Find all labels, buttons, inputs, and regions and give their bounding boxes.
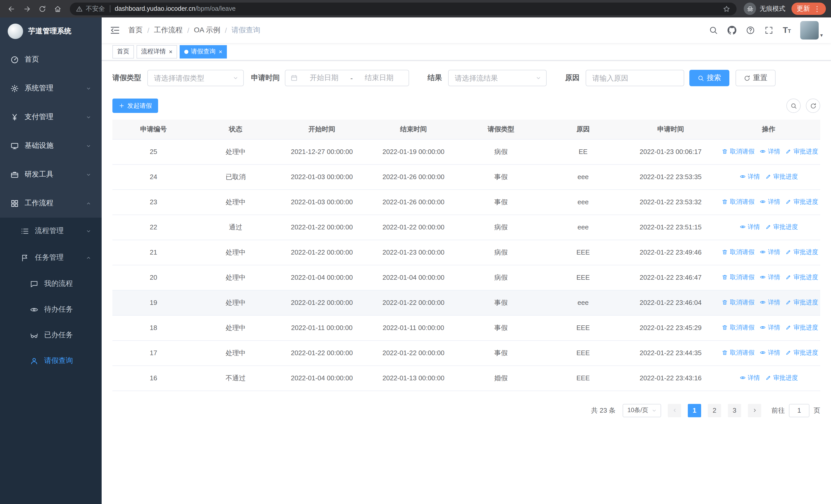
close-icon[interactable]: ×	[169, 49, 172, 55]
detail-link[interactable]: 详情	[739, 374, 760, 382]
approval-progress-link[interactable]: 审批进度	[765, 374, 798, 382]
create-leave-button[interactable]: 发起请假	[112, 98, 158, 113]
approval-progress-link[interactable]: 审批进度	[785, 323, 818, 332]
search-button[interactable]: 搜索	[689, 70, 729, 86]
breadcrumb-item-home[interactable]: 首页	[128, 26, 143, 35]
approval-progress-link[interactable]: 审批进度	[785, 298, 818, 307]
breadcrumb-item-workflow[interactable]: 工作流程	[154, 26, 183, 35]
cell-actions: 取消请假详情审批进度	[717, 265, 820, 290]
reason-input[interactable]	[586, 70, 684, 86]
result-input[interactable]	[449, 70, 532, 86]
page-1-button[interactable]: 1	[688, 404, 701, 417]
detail-link[interactable]: 详情	[739, 173, 760, 181]
approval-progress-link[interactable]: 审批进度	[765, 173, 798, 181]
sidebar-item-done-tasks[interactable]: 已办任务	[0, 322, 102, 348]
apply-time-range-picker[interactable]: 开始日期 - 结束日期	[285, 70, 409, 86]
cell-reason: EEE	[542, 240, 624, 265]
detail-link[interactable]: 详情	[760, 147, 780, 156]
page-2-button[interactable]: 2	[708, 404, 721, 417]
help-icon[interactable]	[746, 26, 755, 35]
prev-page-button[interactable]	[668, 404, 681, 417]
cancel-leave-link[interactable]: 取消请假	[722, 147, 754, 156]
update-button[interactable]: 更新 ⋮	[792, 3, 826, 15]
close-icon[interactable]: ×	[219, 49, 222, 55]
sidebar-item-leave-query[interactable]: 请假查询	[0, 348, 102, 374]
cancel-leave-link[interactable]: 取消请假	[722, 273, 754, 282]
cancel-leave-link[interactable]: 取消请假	[722, 248, 754, 257]
tab-leave-query[interactable]: 请假查询×	[180, 45, 227, 58]
cancel-leave-link[interactable]: 取消请假	[722, 298, 754, 307]
sidebar-item-home[interactable]: 首页	[0, 45, 102, 74]
browser-back-button[interactable]	[5, 2, 18, 15]
leave-type-select[interactable]	[147, 70, 244, 86]
detail-link[interactable]: 详情	[760, 273, 780, 282]
cell-reason: eee	[542, 189, 624, 214]
tab-process-detail[interactable]: 流程详情×	[137, 45, 177, 58]
sidebar-item-infrastructure[interactable]: 基础设施	[0, 131, 102, 160]
cell-id: 16	[112, 365, 195, 391]
approval-progress-link[interactable]: 审批进度	[785, 147, 818, 156]
cell-apply-time: 2022-01-23 00:06:17	[624, 139, 717, 164]
app-logo[interactable]: 芋道管理系统	[0, 18, 102, 45]
approval-progress-link[interactable]: 审批进度	[785, 349, 818, 357]
breadcrumb-item-oa-example[interactable]: OA 示例	[194, 26, 221, 35]
tab-label: 首页	[117, 47, 130, 56]
eye-icon	[760, 350, 766, 356]
cell-id: 21	[112, 240, 195, 265]
detail-link[interactable]: 详情	[760, 349, 780, 357]
navbar-actions: TT ▾	[709, 21, 823, 39]
breadcrumb: 首页/工作流程/OA 示例/请假查询	[128, 26, 260, 35]
caret-down-icon: ▾	[820, 32, 823, 38]
sidebar-item-workflow[interactable]: 工作流程	[0, 189, 102, 217]
approval-progress-link[interactable]: 审批进度	[765, 223, 798, 232]
reason-field[interactable]	[586, 70, 684, 86]
cell-id: 17	[112, 340, 195, 365]
sidebar-item-my-process[interactable]: 我的流程	[0, 271, 102, 297]
fullscreen-icon[interactable]	[764, 26, 774, 35]
next-page-button[interactable]	[748, 404, 761, 417]
sidebar-item-todo-tasks[interactable]: 待办任务	[0, 297, 102, 322]
sidebar-item-dev-tools[interactable]: 研发工具	[0, 160, 102, 189]
table-row: 23处理中2022-01-03 00:00:002022-01-26 00:00…	[112, 189, 820, 214]
trash-icon	[722, 149, 728, 155]
leave-type-input[interactable]	[148, 70, 229, 86]
approval-progress-link[interactable]: 审批进度	[785, 273, 818, 282]
sidebar-item-process-management[interactable]: 流程管理	[0, 217, 102, 244]
reset-button[interactable]: 重置	[736, 70, 776, 86]
sidebar-item-label: 基础设施	[25, 141, 86, 150]
eye-icon	[760, 149, 766, 155]
sidebar-item-payment-management[interactable]: 支付管理	[0, 102, 102, 131]
browser-refresh-button[interactable]	[36, 2, 49, 15]
sidebar-item-system-management[interactable]: 系统管理	[0, 74, 102, 102]
refresh-table-button[interactable]	[806, 98, 820, 113]
chevron-down-icon	[86, 114, 91, 120]
tab-home[interactable]: 首页	[112, 45, 134, 58]
cancel-leave-link[interactable]: 取消请假	[722, 349, 754, 357]
cancel-leave-link[interactable]: 取消请假	[722, 198, 754, 206]
page-size-select[interactable]: 10条/页	[623, 404, 661, 417]
browser-home-button[interactable]	[51, 2, 64, 15]
detail-link[interactable]: 详情	[739, 223, 760, 232]
header-search-icon[interactable]	[709, 26, 718, 35]
page-3-button[interactable]: 3	[728, 404, 741, 417]
goto-page-input[interactable]	[789, 404, 809, 417]
address-bar[interactable]: 不安全 dashboard.yudao.iocoder.cn/bpm/oa/le…	[70, 2, 737, 15]
detail-link[interactable]: 详情	[760, 323, 780, 332]
github-icon[interactable]	[727, 26, 737, 35]
browser-menu-icon[interactable]: ⋮	[813, 5, 821, 12]
result-select[interactable]	[448, 70, 547, 86]
approval-progress-link[interactable]: 审批进度	[785, 198, 818, 206]
user-avatar[interactable]: ▾	[800, 21, 823, 39]
sidebar-item-task-management[interactable]: 任务管理	[0, 244, 102, 271]
detail-link[interactable]: 详情	[760, 298, 780, 307]
toggle-search-button[interactable]	[786, 98, 801, 113]
detail-link[interactable]: 详情	[760, 248, 780, 257]
cancel-leave-link[interactable]: 取消请假	[722, 323, 754, 332]
browser-forward-button[interactable]	[21, 2, 33, 15]
sidebar-item-label: 首页	[25, 55, 91, 64]
bookmark-star-icon[interactable]	[723, 5, 730, 12]
sidebar-toggle[interactable]	[110, 25, 120, 35]
approval-progress-link[interactable]: 审批进度	[785, 248, 818, 257]
font-size-icon[interactable]: TT	[783, 26, 791, 35]
detail-link[interactable]: 详情	[760, 198, 780, 206]
